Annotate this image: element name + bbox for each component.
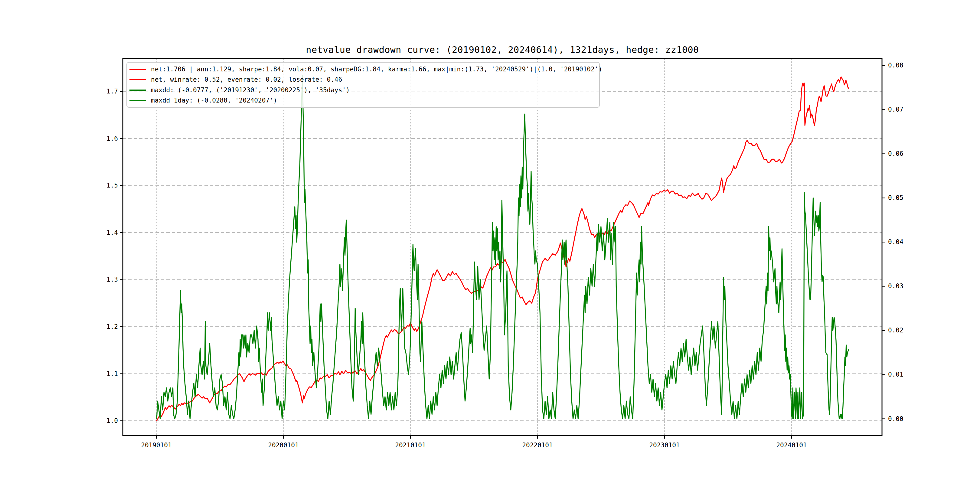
legend-label: net:1.706 | ann:1.129, sharpe:1.84, vola… bbox=[151, 66, 602, 73]
x-tick-label: 20230101 bbox=[649, 441, 680, 449]
x-tick-label: 20240101 bbox=[776, 441, 807, 449]
chart-title: netvalue drawdown curve: (20190102, 2024… bbox=[123, 45, 882, 55]
legend-box: net:1.706 | ann:1.129, sharpe:1.84, vola… bbox=[126, 62, 600, 108]
y-tick-label-left: 1.1 bbox=[90, 370, 118, 378]
legend-label: maxdd_1day: (-0.0288, '20240207') bbox=[151, 97, 277, 104]
y-tick-label-left: 1.4 bbox=[90, 228, 118, 237]
y-tick-label-left: 1.5 bbox=[90, 181, 118, 190]
legend-entry-maxdd: maxdd: (-0.0777, ('20191230', '20200225'… bbox=[129, 86, 596, 94]
maxdd-1day-line-swatch-icon bbox=[129, 100, 146, 101]
y-tick-label-right: 0.08 bbox=[888, 61, 904, 70]
net-line-swatch-icon bbox=[129, 79, 146, 80]
drawdown-curve bbox=[157, 76, 849, 419]
legend-entry-maxdd-1day: maxdd_1day: (-0.0288, '20240207') bbox=[129, 97, 596, 104]
legend-entry-net: net:1.706 | ann:1.129, sharpe:1.84, vola… bbox=[129, 66, 596, 73]
x-tick-label: 20210101 bbox=[395, 441, 426, 449]
y-tick-label-right: 0.02 bbox=[888, 326, 904, 334]
y-tick-label-left: 1.7 bbox=[90, 87, 118, 95]
y-tick-label-right: 0.07 bbox=[888, 105, 904, 114]
legend-label: net, winrate: 0.52, evenrate: 0.02, lose… bbox=[151, 76, 342, 83]
y-tick-label-left: 1.0 bbox=[90, 417, 118, 425]
y-tick-label-left: 1.3 bbox=[90, 275, 118, 284]
y-tick-label-right: 0.03 bbox=[888, 282, 904, 290]
x-tick-label: 20220101 bbox=[522, 441, 553, 449]
y-tick-label-right: 0.00 bbox=[888, 415, 904, 423]
y-tick-label-right: 0.01 bbox=[888, 370, 904, 379]
maxdd-line-swatch-icon bbox=[129, 89, 146, 91]
figure-canvas: netvalue drawdown curve: (20190102, 2024… bbox=[0, 0, 980, 490]
y-tick-label-left: 1.6 bbox=[90, 134, 118, 143]
y-tick-label-right: 0.04 bbox=[888, 238, 904, 246]
legend-label: maxdd: (-0.0777, ('20191230', '20200225'… bbox=[151, 86, 350, 94]
legend-entry-winrate: net, winrate: 0.52, evenrate: 0.02, lose… bbox=[129, 76, 596, 83]
x-tick-label: 20200101 bbox=[268, 441, 299, 449]
net-line-swatch-icon bbox=[129, 68, 146, 70]
y-tick-label-right: 0.06 bbox=[888, 150, 904, 158]
y-tick-label-left: 1.2 bbox=[90, 323, 118, 331]
x-tick-label: 20190101 bbox=[141, 441, 172, 449]
y-tick-label-right: 0.05 bbox=[888, 194, 904, 202]
